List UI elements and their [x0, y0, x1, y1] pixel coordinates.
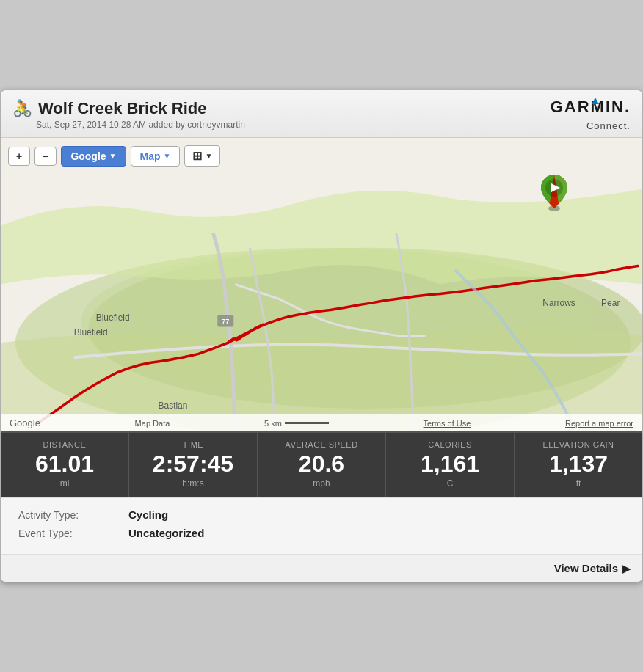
stat-speed-value: 20.6: [299, 452, 344, 475]
card-header: 🚴 Wolf Creek Brick Ride Sat, Sep 27, 201…: [1, 90, 642, 138]
bike-icon: 🚴: [12, 99, 32, 118]
svg-text:77: 77: [222, 318, 229, 325]
provider-chevron-icon: ▼: [109, 152, 117, 160]
stat-elevation-label: Elevation Gain: [542, 440, 614, 449]
stat-distance-value: 61.01: [35, 452, 94, 475]
activity-info-section: Activity Type: Cycling Event Type: Uncat…: [1, 497, 642, 554]
card-footer: View Details ▶: [1, 554, 642, 582]
stat-calories: Calories 1,161 C: [386, 433, 515, 497]
event-type-value: Uncategorized: [128, 527, 204, 539]
layers-chevron-icon: ▼: [205, 152, 212, 160]
map-type-label: Map: [140, 150, 161, 162]
scale-bar: 5 km: [264, 419, 329, 428]
view-details-label: View Details: [554, 562, 618, 574]
stat-time-value: 2:57:45: [153, 452, 233, 475]
map-type-button[interactable]: Map ▼: [131, 146, 181, 167]
svg-text:Bluefield: Bluefield: [96, 313, 130, 323]
stat-time: Time 2:57:45 h:m:s: [129, 433, 258, 497]
scale-line-icon: [285, 422, 329, 424]
view-details-button[interactable]: View Details ▶: [554, 562, 631, 574]
garmin-logo: GARMIN. Connect.: [551, 98, 631, 131]
activity-subtitle: Sat, Sep 27, 2014 10:28 AM added by cort…: [36, 120, 245, 130]
stat-calories-value: 1,161: [421, 452, 479, 475]
map-controls: + − Google ▼ Map ▼ ⊞ ▼: [8, 145, 220, 167]
garmin-triangle-icon: [592, 98, 599, 104]
map-type-chevron-icon: ▼: [164, 152, 171, 160]
activity-type-value: Cycling: [128, 508, 168, 521]
stat-speed-unit: mph: [313, 478, 330, 489]
stat-distance-unit: mi: [60, 478, 70, 489]
report-map-error-link[interactable]: Report a map error: [565, 419, 633, 428]
garmin-brand: GARMIN.: [551, 98, 631, 116]
svg-text:Bastian: Bastian: [159, 401, 188, 411]
map-data-label: Map Data: [135, 419, 170, 428]
google-label: Google: [10, 417, 40, 428]
zoom-in-button[interactable]: +: [8, 147, 30, 166]
stat-calories-label: Calories: [428, 440, 472, 449]
start-marker: [540, 173, 569, 210]
stat-elevation: Elevation Gain 1,137 ft: [515, 433, 642, 497]
provider-label: Google: [70, 150, 106, 162]
stat-calories-unit: C: [447, 478, 454, 489]
map-bottom-bar: Google Map Data 5 km Terms of Use Report…: [1, 414, 642, 431]
title-row: 🚴 Wolf Creek Brick Ride: [12, 99, 245, 118]
stat-speed-label: Average Speed: [285, 440, 357, 449]
activity-card: 🚴 Wolf Creek Brick Ride Sat, Sep 27, 201…: [0, 90, 643, 582]
layers-button[interactable]: ⊞ ▼: [184, 145, 220, 167]
event-type-row: Event Type: Uncategorized: [18, 527, 625, 539]
stat-distance-label: Distance: [43, 440, 87, 449]
header-left: 🚴 Wolf Creek Brick Ride Sat, Sep 27, 201…: [12, 99, 245, 130]
event-type-label: Event Type:: [18, 527, 128, 539]
zoom-out-button[interactable]: −: [34, 147, 57, 166]
activity-title: Wolf Creek Brick Ride: [38, 99, 206, 118]
svg-text:Bluefield: Bluefield: [74, 327, 108, 337]
stats-bar: Distance 61.01 mi Time 2:57:45 h:m:s Ave…: [1, 431, 642, 497]
stat-elevation-value: 1,137: [549, 452, 608, 475]
stat-elevation-unit: ft: [576, 478, 581, 489]
view-details-arrow-icon: ▶: [622, 563, 631, 574]
stat-time-unit: h:m:s: [182, 478, 203, 489]
provider-button[interactable]: Google ▼: [61, 146, 126, 167]
stat-time-label: Time: [183, 440, 203, 449]
layers-icon: ⊞: [192, 149, 202, 163]
stat-speed: Average Speed 20.6 mph: [258, 433, 386, 497]
activity-type-label: Activity Type:: [18, 509, 128, 521]
svg-text:Narrows: Narrows: [542, 298, 575, 308]
map-container: 77 Bluefield Bluefield Bastian Narrows P…: [1, 138, 642, 431]
scale-label: 5 km: [264, 419, 282, 428]
activity-type-row: Activity Type: Cycling: [18, 508, 625, 521]
terms-of-use-link[interactable]: Terms of Use: [424, 419, 471, 428]
svg-text:Pear: Pear: [601, 298, 620, 308]
stat-distance: Distance 61.01 mi: [1, 433, 129, 497]
